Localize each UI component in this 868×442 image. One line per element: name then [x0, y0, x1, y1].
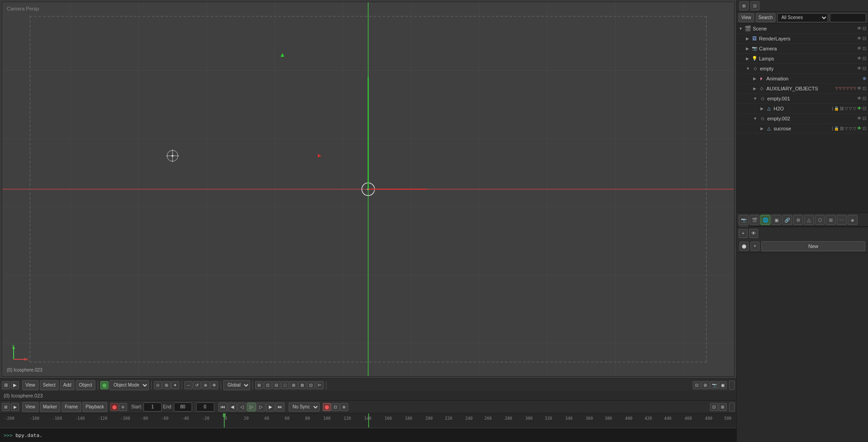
- prop-render-icon[interactable]: 📷: [739, 215, 749, 225]
- outliner-item-empty001[interactable]: ▼ ◇ empty.001 👁 ⊡: [737, 94, 868, 104]
- viewport-canvas[interactable]: Camera Persp: [2, 2, 735, 377]
- next-keyframe-btn[interactable]: ▶: [266, 402, 275, 412]
- render-anim-btn[interactable]: ⊡: [331, 403, 340, 411]
- prev-frame-btn[interactable]: ◁: [237, 402, 247, 412]
- timeline-icon2[interactable]: ▶: [11, 403, 19, 411]
- empty-vis[interactable]: ⊡: [863, 66, 866, 71]
- scale-btn[interactable]: ⊕: [202, 381, 210, 389]
- e002-arrow[interactable]: ▼: [753, 116, 757, 121]
- scene-arrow[interactable]: ▼: [739, 26, 743, 31]
- aux-vis[interactable]: ⊡: [863, 86, 866, 91]
- start-frame-input[interactable]: [143, 402, 162, 412]
- h2o-eye[interactable]: 👁: [857, 106, 862, 111]
- outliner-item-renderlayers[interactable]: ▶ 🖼 RenderLayers 👁 ⊡: [737, 34, 868, 44]
- scene-selector-dropdown[interactable]: All Scenes: [777, 13, 828, 22]
- outliner-item-camera[interactable]: ▶ 📷 Camera 👁 ⊡: [737, 44, 868, 54]
- grid-icon6[interactable]: ⊠: [298, 381, 306, 389]
- outliner-item-lamps[interactable]: ▶ 💡 Lamps 👁 ⊡: [737, 54, 868, 64]
- prop-scene-icon[interactable]: 🎬: [750, 215, 760, 225]
- outliner-item-animation[interactable]: ▶ ⏵ Animation ⊕: [737, 74, 868, 84]
- snap-btn[interactable]: ⊞: [163, 381, 171, 389]
- view-camera-btn[interactable]: 📷: [710, 381, 718, 389]
- outliner-tree[interactable]: ▼ 🎬 Scene 👁 ⊡ ▶ 🖼 RenderLayers 👁 ⊡: [737, 24, 868, 213]
- timeline-filter-btn[interactable]: ⊡: [710, 403, 718, 411]
- prop-world-icon[interactable]: 🌐: [760, 215, 770, 225]
- grid-icon1[interactable]: ⊞: [255, 381, 263, 389]
- audio-btn[interactable]: ⬤: [323, 403, 331, 411]
- timeline-icon1[interactable]: ⊞: [2, 403, 10, 411]
- prop-texture-icon[interactable]: ⊞: [826, 215, 836, 225]
- grid-icon7[interactable]: ⊡: [307, 381, 315, 389]
- aux-eye[interactable]: 👁: [857, 86, 862, 91]
- outliner-search-input[interactable]: [830, 13, 866, 22]
- jump-start-btn[interactable]: ⏮: [218, 402, 227, 412]
- prop-material-icon[interactable]: ⬡: [815, 215, 825, 225]
- record-btn1[interactable]: ⬤: [110, 403, 118, 411]
- object-menu[interactable]: Object: [76, 380, 95, 390]
- view-full-btn[interactable]: ⊡: [693, 381, 701, 389]
- rl-eye[interactable]: 👁: [857, 36, 862, 41]
- sucrose-vis[interactable]: ⊡: [863, 126, 866, 131]
- grid-icon4[interactable]: □: [281, 381, 289, 389]
- rotate-btn[interactable]: ↺: [193, 381, 201, 389]
- grid-icon3[interactable]: ⊟: [272, 381, 281, 389]
- panel-icon-left[interactable]: ⊞: [740, 1, 749, 10]
- e001-eye[interactable]: 👁: [857, 96, 862, 101]
- move-btn[interactable]: ↔: [184, 381, 192, 389]
- view-render-btn[interactable]: ▣: [719, 381, 727, 389]
- h2o-vis[interactable]: ⊡: [863, 106, 866, 111]
- scene-vis-icon[interactable]: ⊡: [863, 26, 866, 31]
- grid-icon2[interactable]: ⊡: [264, 381, 272, 389]
- outliner-item-scene[interactable]: ▼ 🎬 Scene 👁 ⊡: [737, 24, 868, 34]
- small-btn-plus[interactable]: +: [739, 229, 748, 238]
- sucrose-arrow[interactable]: ▶: [760, 126, 764, 131]
- anim-extra[interactable]: ⊕: [863, 76, 866, 81]
- timeline-playback-menu[interactable]: Playback: [83, 402, 108, 412]
- cam-arrow[interactable]: ▶: [746, 46, 749, 51]
- rl-vis[interactable]: ⊡: [863, 36, 866, 41]
- outliner-item-h2o[interactable]: ▶ △ H2O | 🔒 ⛓ ▽ ▽ ▽ 👁 ⊡: [737, 104, 868, 114]
- outliner-view-btn[interactable]: View: [739, 13, 754, 22]
- aux-arrow[interactable]: ▶: [753, 86, 756, 91]
- panel-icon-right[interactable]: ⊡: [750, 1, 760, 10]
- new-btn-icon2[interactable]: +: [750, 242, 760, 251]
- new-btn-icon1[interactable]: ⬤: [740, 242, 749, 251]
- outliner-item-empty[interactable]: ▼ ◇ empty 👁 ⊡: [737, 64, 868, 74]
- snap-btn2[interactable]: ✦: [171, 381, 179, 389]
- timeline-ruler[interactable]: -200 -180 -160 -140 -120 -100 -80 -60 -4…: [0, 413, 736, 427]
- end-frame-input[interactable]: [174, 402, 192, 412]
- viewport-icon-2[interactable]: ▶: [11, 381, 19, 389]
- mode-dropdown[interactable]: Object Mode: [109, 380, 149, 390]
- prop-physics-icon[interactable]: ◈: [848, 215, 858, 225]
- prev-keyframe-btn[interactable]: ◀: [228, 402, 237, 412]
- e002-vis[interactable]: ⊡: [863, 116, 866, 121]
- select-menu[interactable]: Select: [40, 380, 59, 390]
- grid-icon8[interactable]: ⊢: [316, 381, 324, 389]
- prop-constraint-icon[interactable]: 🔗: [782, 215, 792, 225]
- rl-arrow[interactable]: ▶: [746, 36, 749, 41]
- outliner-item-sucrose[interactable]: ▶ △ sucrose | 🔒 ⛓ ▽ ▽ ▽ 👁 ⊡: [737, 124, 868, 134]
- camera-eye[interactable]: 👁: [857, 46, 862, 51]
- prop-obj-icon[interactable]: ▣: [771, 215, 781, 225]
- empty-arrow[interactable]: ▼: [746, 66, 750, 71]
- anim-arrow[interactable]: ▶: [753, 76, 756, 81]
- outliner-search-btn[interactable]: Search: [756, 13, 776, 22]
- new-button[interactable]: New: [761, 241, 865, 251]
- frame-skip-btn[interactable]: ⊕: [340, 403, 348, 411]
- empty-eye[interactable]: 👁: [857, 66, 862, 71]
- prop-data-icon[interactable]: △: [804, 215, 814, 225]
- camera-vis[interactable]: ⊡: [863, 46, 866, 51]
- viewport-scroll[interactable]: [729, 381, 735, 390]
- timeline-view-menu[interactable]: View: [22, 402, 39, 412]
- jump-end-btn[interactable]: ⏭: [276, 402, 285, 412]
- add-menu[interactable]: Add: [60, 380, 74, 390]
- viewport-icon-1[interactable]: ⊞: [2, 381, 10, 389]
- view-menu[interactable]: View: [22, 380, 39, 390]
- view-quad-btn[interactable]: ⊞: [701, 381, 710, 389]
- lamps-arrow[interactable]: ▶: [746, 56, 749, 61]
- prop-particle-icon[interactable]: ⋯: [837, 215, 847, 225]
- global-dropdown[interactable]: Global: [223, 380, 250, 390]
- record-btn2[interactable]: ⊕: [119, 403, 127, 411]
- pivot-btn[interactable]: ⊙: [154, 381, 162, 389]
- timeline-settings-btn[interactable]: ⊞: [719, 403, 727, 411]
